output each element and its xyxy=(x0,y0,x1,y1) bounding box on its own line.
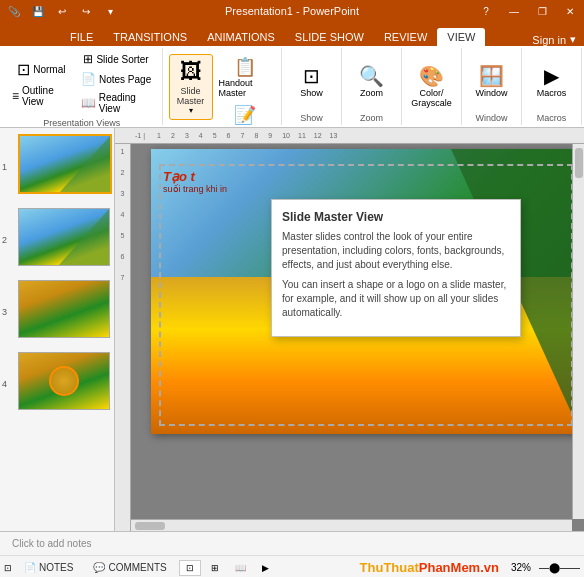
notes-icon: 📄 xyxy=(24,562,36,573)
slide-sorter-label: Slide Sorter xyxy=(96,54,148,65)
ruler-11: 11 xyxy=(298,132,306,139)
color-grayscale-items: 🎨 Color/Grayscale xyxy=(408,50,455,121)
presentation-views-group: ⊡ Normal ≡ Outline View ⊞ Slide Sorter 📄… xyxy=(2,48,163,125)
slide-thumb-1[interactable] xyxy=(18,134,112,194)
ruler-v-2: 2 xyxy=(121,169,125,176)
ruler-10: 10 xyxy=(282,132,290,139)
tab-transitions[interactable]: TRANSITIONS xyxy=(103,28,197,46)
macros-icon: ▶ xyxy=(544,64,559,88)
master-views-group: 🖼 SlideMaster ▾ 📋 Handout Master 📝 Notes… xyxy=(163,48,282,125)
window-title: Presentation1 - PowerPoint xyxy=(225,5,359,17)
presentation-views-items: ⊡ Normal ≡ Outline View ⊞ Slide Sorter 📄… xyxy=(8,50,156,116)
signin-link[interactable]: Sign in xyxy=(532,34,566,46)
ruler-vertical: 1 2 3 4 5 6 7 xyxy=(115,144,131,531)
window-group: 🪟 Window Window xyxy=(462,48,522,125)
reading-view-button[interactable]: 📖 Reading View xyxy=(77,90,156,116)
slide-area: Tạo t suối trang khi in ➤ Slide Master V… xyxy=(131,144,584,531)
ruler-5: 5 xyxy=(213,132,217,139)
slide-heading: Tạo t xyxy=(163,169,227,184)
redo-button[interactable]: ↪ xyxy=(76,1,96,21)
show-items: ⊡ Show xyxy=(288,50,335,111)
ruler-12: 12 xyxy=(314,132,322,139)
scrollbar-horizontal[interactable] xyxy=(131,519,572,531)
tab-animations[interactable]: ANIMATIONS xyxy=(197,28,285,46)
tab-file[interactable]: FILE xyxy=(60,28,103,46)
customize-button[interactable]: ▾ xyxy=(100,1,120,21)
slide-thumb-4[interactable] xyxy=(18,352,110,410)
scrollbar-vertical[interactable] xyxy=(572,144,584,519)
slide-master-dropdown[interactable]: ▾ xyxy=(189,106,193,115)
notes-bar[interactable]: Click to add notes xyxy=(0,531,584,555)
ruler-8: 8 xyxy=(254,132,258,139)
slide-preview-1 xyxy=(20,136,110,192)
view-mode-slide[interactable]: ⊞ xyxy=(205,561,225,575)
pv-left: ⊡ Normal ≡ Outline View xyxy=(8,58,75,109)
view-mode-reading[interactable]: 📖 xyxy=(229,561,252,575)
notes-placeholder: Click to add notes xyxy=(12,538,92,549)
watermark-phan: PhanMem xyxy=(419,560,480,575)
help-button[interactable]: ? xyxy=(472,0,500,22)
tab-review[interactable]: REVIEW xyxy=(374,28,437,46)
slide-thumb-3[interactable] xyxy=(18,280,110,338)
outline-icon: ≡ xyxy=(12,89,19,103)
ruler-start: -1 xyxy=(135,132,141,139)
reading-view-label: Reading View xyxy=(99,92,152,114)
notes-button[interactable]: 📄 NOTES xyxy=(16,560,81,575)
view-mode-present[interactable]: ▶ xyxy=(256,561,275,575)
zoom-level: 32% xyxy=(511,562,531,573)
save-button[interactable]: 💾 xyxy=(28,1,48,21)
tab-slideshow[interactable]: SLIDE SHOW xyxy=(285,28,374,46)
view-mode-normal[interactable]: ⊡ xyxy=(179,560,201,576)
slide-icon-bottom: ⊡ xyxy=(4,563,12,573)
thumb-flower-4 xyxy=(49,366,79,396)
tooltip-para2: You can insert a shape or a logo on a sl… xyxy=(282,278,510,320)
thumb-face-4 xyxy=(19,353,109,409)
notes-label: NOTES xyxy=(39,562,73,573)
notes-page-button[interactable]: 📄 Notes Page xyxy=(77,70,156,88)
normal-view-button[interactable]: ⊡ Normal xyxy=(8,58,75,81)
color-grayscale-button[interactable]: 🎨 Color/Grayscale xyxy=(408,62,455,110)
notes-master-icon: 📝 xyxy=(234,104,256,126)
macros-button[interactable]: ▶ Macros xyxy=(533,62,571,100)
ruler-v-7: 7 xyxy=(121,274,125,281)
canvas-area: -1 | 1 2 3 4 5 6 7 8 9 10 11 12 13 1 2 3… xyxy=(115,128,584,531)
color-label: Color/Grayscale xyxy=(411,88,452,108)
slide-sorter-button[interactable]: ⊞ Slide Sorter xyxy=(77,50,156,68)
window-icon: 🪟 xyxy=(479,64,504,88)
ruler-1: 1 xyxy=(157,132,161,139)
window-group-label: Window xyxy=(468,111,515,123)
ruler-4: 4 xyxy=(199,132,203,139)
minimize-button[interactable]: — xyxy=(500,0,528,22)
slide-thumb-2[interactable] xyxy=(18,208,110,266)
ruler-v-1: 1 xyxy=(121,148,125,155)
notes-page-label: Notes Page xyxy=(99,74,151,85)
watermark-thu: ThuThuat xyxy=(360,560,419,575)
scrollbar-thumb-v xyxy=(575,148,583,178)
slide-num-3: 3 xyxy=(2,307,7,317)
normal-icon: ⊡ xyxy=(17,60,30,79)
restore-button[interactable]: ❐ xyxy=(528,0,556,22)
scrollbar-thumb-h xyxy=(135,522,165,530)
comments-button[interactable]: 💬 COMMENTS xyxy=(85,560,174,575)
slide-num-2: 2 xyxy=(2,235,7,245)
slide-thumb-wrap-2: 2 xyxy=(4,206,110,274)
outline-view-button[interactable]: ≡ Outline View xyxy=(8,83,75,109)
thumb-triangle-1 xyxy=(60,136,110,192)
main-area: 1 2 3 xyxy=(0,128,584,531)
ribbon-tabs: FILE TRANSITIONS ANIMATIONS SLIDE SHOW R… xyxy=(0,22,584,46)
zoom-group-label: Zoom xyxy=(348,111,395,123)
show-button[interactable]: ⊡ Show xyxy=(294,62,330,100)
close-button[interactable]: ✕ xyxy=(556,0,584,22)
file-icon: 📎 xyxy=(4,1,24,21)
slide-num-1: 1 xyxy=(2,162,7,172)
zoom-slider[interactable]: —⬤—— xyxy=(539,562,580,573)
undo-button[interactable]: ↩ xyxy=(52,1,72,21)
window-button[interactable]: 🪟 Window xyxy=(471,62,511,100)
slide-master-button[interactable]: 🖼 SlideMaster ▾ xyxy=(169,54,213,120)
tab-view[interactable]: VIEW xyxy=(437,28,485,46)
zoom-button[interactable]: 🔍 Zoom xyxy=(354,62,390,100)
ruler-v-3: 3 xyxy=(121,190,125,197)
ruler-v-6: 6 xyxy=(121,253,125,260)
handout-master-button[interactable]: 📋 Handout Master xyxy=(215,54,275,100)
slide-master-label: SlideMaster xyxy=(177,86,205,106)
